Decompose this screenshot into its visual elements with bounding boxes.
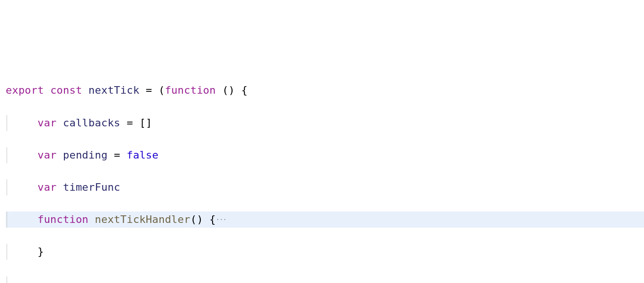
punct: = ( (139, 84, 165, 96)
code-line[interactable]: export const nextTick = (function () { (6, 82, 644, 98)
indent-guide (7, 244, 7, 260)
code-line[interactable]: var pending = false (6, 147, 644, 163)
punct: = (107, 149, 126, 161)
indent-guide (7, 276, 7, 283)
code-line[interactable]: } (6, 244, 644, 260)
code-line[interactable]: var timerFunc (6, 179, 644, 195)
punct: } (37, 246, 44, 257)
punct: () { (190, 213, 216, 225)
punct: () { (216, 84, 248, 96)
keyword-var: var (37, 181, 56, 193)
keyword-export: export (6, 84, 44, 96)
keyword-var: var (37, 149, 56, 161)
code-editor[interactable]: export const nextTick = (function () { v… (6, 66, 644, 283)
fold-indicator-icon[interactable]: ··· (216, 216, 226, 223)
function-name: nextTickHandler (95, 213, 190, 225)
indent-guide (7, 115, 7, 131)
keyword-var: var (37, 117, 56, 129)
keyword-const: const (50, 84, 82, 96)
identifier: timerFunc (63, 181, 120, 193)
indent-guide (7, 179, 7, 195)
identifier: pending (63, 149, 107, 161)
code-line[interactable]: var callbacks = [] (6, 115, 644, 131)
code-line-blank[interactable] (6, 276, 644, 283)
identifier: nextTick (89, 84, 140, 96)
identifier: callbacks (63, 117, 120, 129)
code-line-folded[interactable]: function nextTickHandler() {··· (6, 212, 644, 228)
indent-guide (7, 212, 7, 228)
keyword-function: function (37, 213, 89, 225)
indent-guide (7, 147, 7, 163)
literal-false: false (127, 149, 159, 161)
keyword-function: function (165, 84, 216, 96)
punct: = [] (120, 117, 152, 129)
